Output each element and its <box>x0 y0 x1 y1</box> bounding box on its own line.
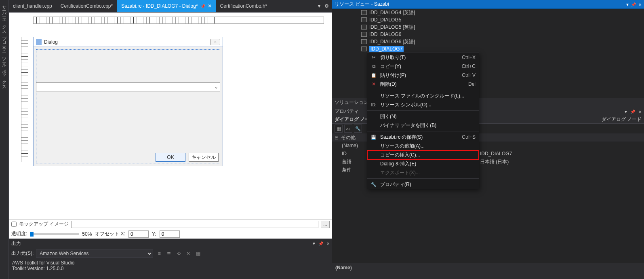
dialog-resource-icon <box>361 10 367 15</box>
copy-icon <box>370 63 377 70</box>
close-icon[interactable] <box>638 109 642 114</box>
menu-separator <box>367 90 479 90</box>
dropdown-icon[interactable] <box>313 241 315 246</box>
alphabetical-button[interactable] <box>344 125 352 133</box>
menu-separator <box>367 110 479 111</box>
output-source-select[interactable]: Amazon Web Services <box>36 249 153 258</box>
wrench-icon <box>370 181 377 188</box>
server-explorer-tab[interactable]: サーバー エクスプローラー <box>1 2 7 50</box>
menu-delete[interactable]: 削除(D) Del <box>367 80 479 89</box>
dropdown-icon[interactable] <box>626 2 629 7</box>
menu-open-binary[interactable]: バイナリ データを開く(B) <box>367 121 479 130</box>
tree-item[interactable]: IDD_DIALOG5 <box>332 16 644 23</box>
output-body[interactable]: AWS Toolkit for Visual Studio Toolkit Ve… <box>9 258 332 279</box>
tab-client-handler[interactable]: client_handler.cpp <box>9 0 57 12</box>
document-tab-strip: client_handler.cpp CertificationCombo.cp… <box>9 0 332 12</box>
tab-label: CertificationCombo.h* <box>220 3 267 9</box>
tab-cert-combo-h[interactable]: CertificationCombo.h* <box>216 0 272 12</box>
tab-label: CertificationCombo.cpp* <box>61 3 113 9</box>
transparency-percent: 50% <box>82 231 92 237</box>
combo-box-control[interactable]: ⌄ <box>36 82 220 91</box>
browse-button[interactable]: ... <box>321 221 330 228</box>
dialog-resource-icon <box>361 46 367 51</box>
gear-icon[interactable] <box>324 3 329 9</box>
toolbar-icon-4[interactable]: ✕ <box>185 250 192 257</box>
pin-icon[interactable] <box>200 3 205 9</box>
tab-overflow-icon[interactable] <box>318 3 320 9</box>
toolbox-tab[interactable]: ツールボックス <box>1 54 7 88</box>
dialog-resource-icon <box>361 25 367 30</box>
property-value[interactable]: 日本語 (日本) <box>478 158 644 166</box>
menu-resource-include[interactable]: リソース ファイルのインクルード(L)... <box>367 91 479 100</box>
offset-y-label: Y: <box>152 231 156 237</box>
close-icon[interactable] <box>638 2 642 7</box>
cancel-button[interactable]: キャンセル <box>189 153 219 162</box>
transparency-slider[interactable] <box>30 233 79 235</box>
dialog-titlebar: Dialog ✕ <box>34 37 223 47</box>
offset-x-input[interactable] <box>128 230 149 238</box>
chevron-down-icon: ⌄ <box>214 84 218 90</box>
close-icon[interactable] <box>326 241 330 246</box>
property-desc-title: (Name) <box>335 265 641 271</box>
pin-icon[interactable] <box>631 2 636 7</box>
tab-sazabi-rc[interactable]: Sazabi.rc - IDD_DIALOG7 - Dialog* ✕ <box>117 0 216 12</box>
tree-item[interactable]: IDD_DIALOG6 <box>332 31 644 38</box>
dialog-resource-icon <box>361 32 367 37</box>
menu-save[interactable]: Sazabi.rc の保存(S) Ctrl+S <box>367 133 479 142</box>
properties-title: プロパティ <box>335 108 359 115</box>
menu-insert-dialog[interactable]: Dialog を挿入(E) <box>367 159 479 168</box>
menu-resource-symbol[interactable]: リソース シンボル(O)... <box>367 100 479 109</box>
offset-y-input[interactable] <box>160 230 180 238</box>
mockup-label: モックアップ イメージ <box>19 221 69 228</box>
mockup-checkbox[interactable] <box>11 222 17 227</box>
tree-item[interactable]: IDD_DIALOG6 [英語] <box>332 38 644 45</box>
tab-label: Sazabi.rc - IDD_DIALOG7 - Dialog* <box>121 3 198 9</box>
property-value[interactable]: IDD_DIALOG7 <box>478 150 644 158</box>
categorize-button[interactable] <box>335 125 343 133</box>
menu-open[interactable]: 開く(N) <box>367 112 479 121</box>
output-source-label: 出力元(S): <box>11 250 34 257</box>
mockup-image-row: モックアップ イメージ ... <box>9 219 332 229</box>
transparency-label: 透明度: <box>11 230 27 237</box>
property-pages-button[interactable] <box>354 125 362 133</box>
dialog-editor-canvas[interactable]: Dialog ✕ ⌄ OK キャンセル <box>9 12 332 219</box>
tree-item-selected[interactable]: IDD_DIALOG7 <box>332 45 644 53</box>
property-value[interactable] <box>478 142 644 150</box>
dialog-resource-icon <box>361 17 367 22</box>
sidebar-left: サーバー エクスプローラー ツールボックス <box>0 0 9 279</box>
ok-button[interactable]: OK <box>156 153 185 162</box>
tree-item[interactable]: IDD_DIALOG4 [英語] <box>332 9 644 16</box>
tree-item[interactable]: IDD_DIALOG5 [英語] <box>332 23 644 31</box>
menu-copy[interactable]: コピー(Y) Ctrl+C <box>367 62 479 71</box>
menu-cut[interactable]: 切り取り(T) Ctrl+X <box>367 53 479 62</box>
dialog-body[interactable]: ⌄ OK キャンセル <box>34 47 223 166</box>
output-panel: 出力 出力元(S): Amazon Web Services ≡ ≣ ⟲ ✕ ▦ <box>9 239 332 279</box>
mockup-path-field[interactable] <box>71 221 318 228</box>
output-line: Toolkit Version: 1.25.0.0 <box>12 266 329 271</box>
close-icon[interactable]: ✕ <box>208 3 212 9</box>
dialog-title-text: Dialog <box>44 39 210 45</box>
resource-view-title: リソース ビュー - Sazabi <box>335 1 389 8</box>
property-description: (Name) <box>332 263 644 279</box>
slider-thumb[interactable] <box>30 232 34 237</box>
dialog-close-button[interactable]: ✕ <box>210 39 220 45</box>
toolbar-icon-3[interactable]: ⟲ <box>175 250 182 257</box>
save-icon <box>370 134 377 140</box>
id-icon <box>370 101 377 108</box>
pin-icon[interactable] <box>630 109 635 114</box>
dialog-resource-icon <box>361 39 367 44</box>
property-value[interactable] <box>478 166 644 174</box>
collapse-icon[interactable] <box>335 135 339 140</box>
menu-add-resource[interactable]: リソースの追加(A)... <box>367 142 479 150</box>
menu-properties[interactable]: プロパティ(R) <box>367 180 479 189</box>
menu-insert-copy[interactable]: コピーの挿入(C)... <box>367 150 479 159</box>
output-title: 出力 <box>11 240 21 247</box>
toolbar-icon-1[interactable]: ≡ <box>156 250 163 257</box>
dropdown-icon[interactable] <box>625 109 627 114</box>
toolbar-icon-2[interactable]: ≣ <box>165 250 173 257</box>
menu-paste[interactable]: 貼り付け(P) Ctrl+V <box>367 71 479 80</box>
pin-icon[interactable] <box>318 241 323 246</box>
toolbar-icon-5[interactable]: ▦ <box>194 250 202 257</box>
dialog-preview[interactable]: Dialog ✕ ⌄ OK キャンセル <box>33 37 223 166</box>
tab-cert-combo-cpp[interactable]: CertificationCombo.cpp* <box>57 0 117 12</box>
